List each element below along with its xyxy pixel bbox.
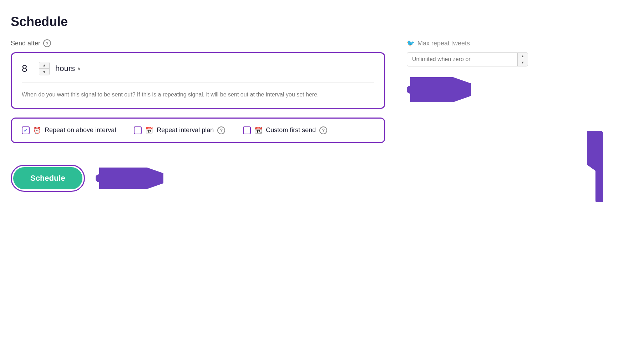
main-layout: Send after ? 8 ▲ ▼ hours ∧ When do you w… [11,39,633,202]
max-repeat-tweets-label: 🐦 Max repeat tweets [407,39,633,47]
number-input-wrapper: 8 ▲ ▼ [22,62,50,75]
page-title: Schedule [11,14,633,29]
max-repeat-decrement-button[interactable]: ▼ [518,59,528,66]
hours-decrement-button[interactable]: ▼ [39,69,49,75]
arrow-up-wrapper [407,131,633,202]
calendar-plus-icon: 📆 [254,126,262,134]
custom-first-send-item: 📆 Custom first send ? [243,126,327,134]
arrow-left-right-wrapper [407,77,633,102]
unlimited-input-wrapper: ▲ ▼ [407,52,528,66]
repeat-interval-checkbox[interactable] [22,126,30,134]
repeat-interval-plan-item: 📅 Repeat interval plan ? [134,126,225,134]
arrow-left-right-decoration [407,77,471,102]
hours-chevron-icon: ∧ [77,66,81,71]
repeat-interval-item: ⏰ Repeat on above interval [22,126,116,134]
checkboxes-box: ⏰ Repeat on above interval 📅 Repeat inte… [11,118,385,143]
hours-row: 8 ▲ ▼ hours ∧ [22,62,374,83]
hours-unit-selector[interactable]: hours ∧ [55,64,81,73]
right-section: 🐦 Max repeat tweets ▲ ▼ [407,39,633,202]
arrow-left-bottom-decoration [96,168,163,189]
repeat-interval-plan-help-icon[interactable]: ? [217,126,225,134]
hours-spinner[interactable]: ▲ ▼ [39,62,50,75]
arrow-up-decoration [587,131,612,202]
max-repeat-tweets-input[interactable] [407,53,517,66]
repeat-interval-plan-label: Repeat interval plan [157,126,214,134]
repeat-interval-plan-checkbox[interactable] [134,126,142,134]
max-repeat-increment-button[interactable]: ▲ [518,53,528,59]
send-after-description: When do you want this signal to be sent … [22,90,374,99]
left-section: Send after ? 8 ▲ ▼ hours ∧ When do you w… [11,39,385,192]
calendar-check-icon: 📅 [145,126,153,134]
send-after-text: Send after [11,40,40,47]
hours-unit-text: hours [55,64,75,73]
alarm-icon: ⏰ [33,126,41,134]
custom-first-send-checkbox[interactable] [243,126,251,134]
send-after-help-icon[interactable]: ? [43,39,51,47]
bottom-section: Schedule [11,165,385,192]
send-after-label: Send after ? [11,39,385,47]
custom-first-send-help-icon[interactable]: ? [319,126,327,134]
max-repeat-spinner: ▲ ▼ [517,53,528,66]
twitter-icon: 🐦 [407,39,415,47]
max-repeat-tweets-text: Max repeat tweets [417,40,470,47]
hours-value: 8 [22,63,36,74]
schedule-button-wrapper: Schedule [11,165,85,192]
custom-first-send-label: Custom first send [266,126,316,134]
schedule-button[interactable]: Schedule [13,167,82,189]
send-after-box: 8 ▲ ▼ hours ∧ When do you want this sign… [11,52,385,109]
repeat-interval-label: Repeat on above interval [45,126,116,134]
hours-increment-button[interactable]: ▲ [39,62,49,69]
